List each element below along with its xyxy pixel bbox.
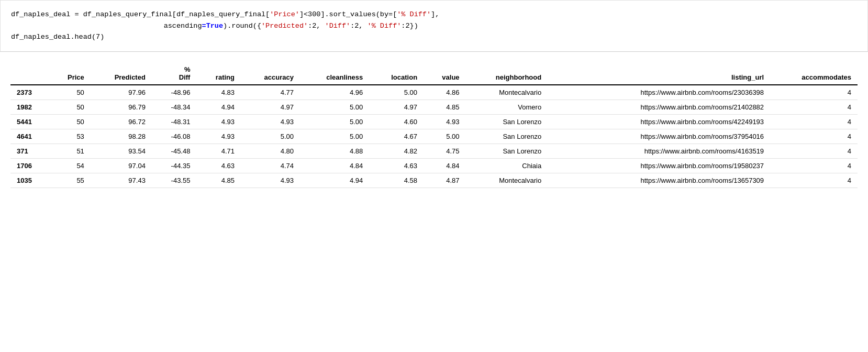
cell-pct_diff: -44.35 bbox=[152, 158, 197, 173]
cell-accommodates: 4 bbox=[770, 85, 858, 100]
cell-location: 4.67 bbox=[369, 129, 424, 144]
cell-neighborhood: San Lorenzo bbox=[466, 144, 548, 158]
cell-predicted: 96.79 bbox=[91, 100, 152, 114]
cell-listing_url: https://www.airbnb.com/rooms/37954016 bbox=[579, 129, 770, 144]
cell-spacer bbox=[548, 114, 579, 129]
cell-pct_diff: -48.96 bbox=[152, 85, 197, 100]
col-header-pct-diff: %Diff bbox=[152, 62, 197, 85]
col-header-spacer bbox=[548, 62, 579, 85]
col-header-accommodates: accommodates bbox=[770, 62, 858, 85]
col-header-index bbox=[10, 62, 49, 85]
cell-listing_url: https://www.airbnb.com/rooms/13657309 bbox=[579, 173, 770, 188]
cell-cleanliness: 5.00 bbox=[300, 100, 369, 114]
cell-predicted: 97.96 bbox=[91, 85, 152, 100]
col-header-predicted: Predicted bbox=[91, 62, 152, 85]
cell-spacer bbox=[548, 129, 579, 144]
cell-price: 50 bbox=[49, 114, 90, 129]
cell-spacer bbox=[548, 158, 579, 173]
cell-price: 55 bbox=[49, 173, 90, 188]
table-row: 23735097.96-48.964.834.774.965.004.86Mon… bbox=[10, 85, 858, 100]
cell-predicted: 93.54 bbox=[91, 144, 152, 158]
cell-price: 51 bbox=[49, 144, 90, 158]
cell-location: 4.63 bbox=[369, 158, 424, 173]
cell-pct_diff: -48.34 bbox=[152, 100, 197, 114]
cell-value: 4.75 bbox=[424, 144, 465, 158]
table-row: 19825096.79-48.344.944.975.004.974.85Vom… bbox=[10, 100, 858, 114]
cell-accuracy: 4.97 bbox=[241, 100, 300, 114]
cell-accuracy: 4.74 bbox=[241, 158, 300, 173]
cell-value: 4.84 bbox=[424, 158, 465, 173]
cell-index: 1982 bbox=[10, 100, 49, 114]
cell-accuracy: 4.93 bbox=[241, 114, 300, 129]
cell-neighborhood: Montecalvario bbox=[466, 85, 548, 100]
cell-pct_diff: -45.48 bbox=[152, 144, 197, 158]
table-row: 54415096.72-48.314.934.935.004.604.93San… bbox=[10, 114, 858, 129]
cell-price: 53 bbox=[49, 129, 90, 144]
cell-spacer bbox=[548, 144, 579, 158]
cell-index: 5441 bbox=[10, 114, 49, 129]
cell-listing_url: https://www.airbnb.com/rooms/42249193 bbox=[579, 114, 770, 129]
output-cell: Price Predicted %Diff rating accuracy cl… bbox=[0, 52, 868, 193]
cell-location: 4.60 bbox=[369, 114, 424, 129]
cell-rating: 4.71 bbox=[196, 144, 241, 158]
table-row: 3715193.54-45.484.714.804.884.824.75San … bbox=[10, 144, 858, 158]
cell-neighborhood: San Lorenzo bbox=[466, 114, 548, 129]
cell-rating: 4.93 bbox=[196, 129, 241, 144]
cell-index: 2373 bbox=[10, 85, 49, 100]
cell-location: 4.58 bbox=[369, 173, 424, 188]
cell-pct_diff: -46.08 bbox=[152, 129, 197, 144]
col-header-accuracy: accuracy bbox=[241, 62, 300, 85]
cell-rating: 4.85 bbox=[196, 173, 241, 188]
cell-index: 371 bbox=[10, 144, 49, 158]
code-text: df_naples_deal = df_naples_query_final[d… bbox=[11, 10, 439, 41]
cell-price: 50 bbox=[49, 85, 90, 100]
col-header-price: Price bbox=[49, 62, 90, 85]
cell-price: 54 bbox=[49, 158, 90, 173]
cell-value: 4.85 bbox=[424, 100, 465, 114]
cell-index: 1706 bbox=[10, 158, 49, 173]
cell-cleanliness: 4.96 bbox=[300, 85, 369, 100]
cell-rating: 4.93 bbox=[196, 114, 241, 129]
cell-index: 1035 bbox=[10, 173, 49, 188]
cell-location: 4.97 bbox=[369, 100, 424, 114]
cell-accommodates: 4 bbox=[770, 158, 858, 173]
cell-pct_diff: -48.31 bbox=[152, 114, 197, 129]
col-header-location: location bbox=[369, 62, 424, 85]
cell-value: 4.93 bbox=[424, 114, 465, 129]
cell-cleanliness: 4.84 bbox=[300, 158, 369, 173]
table-row: 17065497.04-44.354.634.744.844.634.84Chi… bbox=[10, 158, 858, 173]
cell-value: 4.86 bbox=[424, 85, 465, 100]
cell-pct_diff: -43.55 bbox=[152, 173, 197, 188]
cell-accuracy: 4.93 bbox=[241, 173, 300, 188]
cell-listing_url: https://www.airbnb.com/rooms/21402882 bbox=[579, 100, 770, 114]
cell-location: 5.00 bbox=[369, 85, 424, 100]
table-row: 46415398.28-46.084.935.005.004.675.00San… bbox=[10, 129, 858, 144]
table-header-row: Price Predicted %Diff rating accuracy cl… bbox=[10, 62, 858, 85]
cell-accommodates: 4 bbox=[770, 144, 858, 158]
cell-accommodates: 4 bbox=[770, 100, 858, 114]
cell-index: 4641 bbox=[10, 129, 49, 144]
col-header-listing-url: listing_url bbox=[579, 62, 770, 85]
cell-predicted: 98.28 bbox=[91, 129, 152, 144]
cell-spacer bbox=[548, 85, 579, 100]
cell-neighborhood: Chiaia bbox=[466, 158, 548, 173]
cell-spacer bbox=[548, 100, 579, 114]
cell-cleanliness: 5.00 bbox=[300, 114, 369, 129]
cell-listing_url: https://www.airbnb.com/rooms/19580237 bbox=[579, 158, 770, 173]
cell-value: 4.87 bbox=[424, 173, 465, 188]
cell-accommodates: 4 bbox=[770, 129, 858, 144]
cell-predicted: 97.04 bbox=[91, 158, 152, 173]
col-header-value: value bbox=[424, 62, 465, 85]
cell-neighborhood: Vomero bbox=[466, 100, 548, 114]
cell-neighborhood: Montecalvario bbox=[466, 173, 548, 188]
cell-location: 4.82 bbox=[369, 144, 424, 158]
col-header-neighborhood: neighborhood bbox=[466, 62, 548, 85]
cell-accuracy: 5.00 bbox=[241, 129, 300, 144]
cell-rating: 4.94 bbox=[196, 100, 241, 114]
cell-accommodates: 4 bbox=[770, 173, 858, 188]
table-row: 10355597.43-43.554.854.934.944.584.87Mon… bbox=[10, 173, 858, 188]
cell-price: 50 bbox=[49, 100, 90, 114]
cell-spacer bbox=[548, 173, 579, 188]
cell-listing_url: https://www.airbnb.com/rooms/23036398 bbox=[579, 85, 770, 100]
cell-rating: 4.83 bbox=[196, 85, 241, 100]
